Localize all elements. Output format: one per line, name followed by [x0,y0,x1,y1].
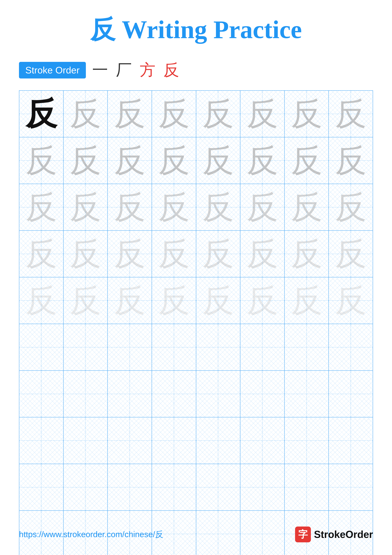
table-row[interactable] [328,464,373,511]
table-row[interactable] [240,371,285,417]
table-row[interactable] [328,371,373,417]
table-row[interactable]: 反 [19,90,64,137]
table-row[interactable]: 反 [19,231,64,277]
table-row[interactable]: 反 [152,184,196,231]
table-row[interactable]: 反 [240,137,285,184]
table-row[interactable] [196,417,240,464]
table-row[interactable] [196,371,240,417]
table-row[interactable] [64,324,108,371]
footer: https://www.strokeorder.com/chinese/反 字 … [19,526,373,542]
table-row[interactable] [107,371,152,417]
table-row[interactable] [240,417,285,464]
table-row[interactable]: 反 [328,277,373,324]
table-row[interactable]: 反 [196,277,240,324]
table-row[interactable]: 反 [285,90,329,137]
table-row[interactable]: 反 [196,137,240,184]
table-row[interactable] [107,417,152,464]
table-row[interactable] [152,324,196,371]
table-row[interactable] [19,324,64,371]
table-row[interactable]: 反 [240,231,285,277]
table-row[interactable] [64,371,108,417]
practice-grid[interactable]: 反反反反反反反反反反反反反反反反反反反反反反反反反反反反反反反反反反反反反反反反 [19,90,373,555]
table-row[interactable] [240,464,285,511]
table-row[interactable] [64,417,108,464]
footer-brand: 字 StrokeOrder [295,526,373,542]
table-row[interactable]: 反 [64,231,108,277]
table-row[interactable] [19,371,64,417]
table-row[interactable]: 反 [107,231,152,277]
stroke-seq-1: 一 [92,59,108,81]
table-row[interactable] [152,371,196,417]
table-row[interactable]: 反 [285,277,329,324]
table-row[interactable]: 反 [64,184,108,231]
table-row[interactable]: 反 [328,231,373,277]
table-row[interactable]: 反 [152,277,196,324]
page-container: 反 Writing Practice Stroke Order 一 厂 方 反 … [0,0,392,555]
table-row[interactable] [285,371,329,417]
table-row[interactable] [328,417,373,464]
table-row[interactable] [328,324,373,371]
table-row[interactable]: 反 [196,90,240,137]
table-row[interactable] [152,417,196,464]
stroke-seq-4: 反 [163,59,179,81]
table-row[interactable]: 反 [19,184,64,231]
table-row[interactable]: 反 [240,90,285,137]
stroke-order-badge: Stroke Order [19,62,86,79]
table-row[interactable]: 反 [328,137,373,184]
stroke-order-row: Stroke Order 一 厂 方 反 [19,59,373,81]
table-row[interactable] [196,464,240,511]
table-row[interactable]: 反 [19,137,64,184]
stroke-seq-2: 厂 [116,59,132,81]
brand-text: StrokeOrder [314,529,373,540]
table-row[interactable]: 反 [107,90,152,137]
table-row[interactable]: 反 [196,231,240,277]
table-row[interactable]: 反 [64,137,108,184]
footer-url: https://www.strokeorder.com/chinese/反 [19,529,163,540]
table-row[interactable] [240,324,285,371]
table-row[interactable]: 反 [240,277,285,324]
page-title: 反 Writing Practice [19,13,373,47]
table-row[interactable]: 反 [19,277,64,324]
table-row[interactable]: 反 [107,277,152,324]
table-row[interactable]: 反 [285,184,329,231]
table-row[interactable] [152,464,196,511]
table-row[interactable]: 反 [285,137,329,184]
table-row[interactable] [19,464,64,511]
table-row[interactable]: 反 [152,137,196,184]
table-row[interactable]: 反 [107,137,152,184]
table-row[interactable]: 反 [285,231,329,277]
table-row[interactable] [285,417,329,464]
brand-icon: 字 [295,526,311,542]
table-row[interactable]: 反 [240,184,285,231]
stroke-seq-3: 方 [140,59,156,81]
table-row[interactable] [285,324,329,371]
table-row[interactable] [19,417,64,464]
table-row[interactable] [196,324,240,371]
table-row[interactable]: 反 [328,90,373,137]
table-row[interactable]: 反 [196,184,240,231]
table-row[interactable] [64,464,108,511]
table-row[interactable]: 反 [64,90,108,137]
table-row[interactable] [107,464,152,511]
table-row[interactable]: 反 [107,184,152,231]
stroke-sequence: 一 厂 方 反 [92,59,179,81]
table-row[interactable] [107,324,152,371]
table-row[interactable] [285,464,329,511]
table-row[interactable]: 反 [328,184,373,231]
table-row[interactable]: 反 [152,231,196,277]
table-row[interactable]: 反 [152,90,196,137]
table-row[interactable]: 反 [64,277,108,324]
